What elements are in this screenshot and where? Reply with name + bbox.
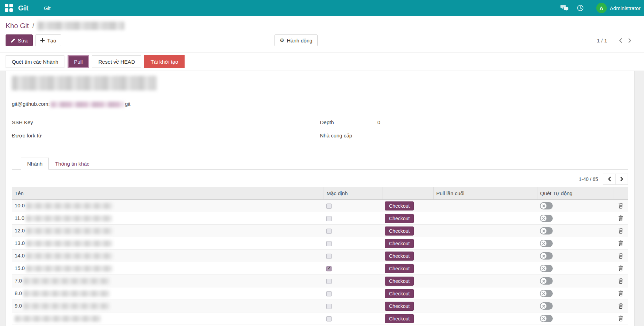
messages-icon[interactable] xyxy=(560,5,569,11)
default-checkbox[interactable] xyxy=(326,304,332,309)
scan-branches-button[interactable]: Quét tìm các Nhánh xyxy=(6,55,64,68)
checkout-button[interactable]: Checkout xyxy=(385,277,414,286)
auto-scan-toggle-off[interactable] xyxy=(540,202,553,209)
app-brand[interactable]: Git xyxy=(18,4,29,12)
table-row[interactable]: 9.0 Checkout xyxy=(12,300,628,312)
table-row[interactable]: 11.0 Checkout xyxy=(12,212,628,225)
default-checkbox[interactable] xyxy=(326,229,332,234)
branch-name-cell[interactable]: 14.0 xyxy=(12,250,324,262)
apps-grid-icon[interactable] xyxy=(5,4,13,12)
column-header-name[interactable]: Tên xyxy=(12,187,324,200)
table-row[interactable]: 8.0 Checkout xyxy=(12,287,628,300)
auto-scan-toggle-off[interactable] xyxy=(540,227,553,234)
trash-icon[interactable] xyxy=(618,240,624,247)
create-button[interactable]: Tạo xyxy=(35,34,61,46)
auto-scan-toggle-off[interactable] xyxy=(540,265,553,272)
activities-clock-icon[interactable] xyxy=(577,5,584,11)
edit-button[interactable]: Sửa xyxy=(6,34,33,46)
table-row[interactable]: 10.0 Checkout xyxy=(12,200,628,212)
trash-icon[interactable] xyxy=(618,290,624,297)
trash-icon[interactable] xyxy=(618,227,624,234)
branches-pager-next-button[interactable] xyxy=(615,174,628,184)
forked-from-value[interactable] xyxy=(64,129,320,142)
column-header-default[interactable]: Mặc định xyxy=(324,187,382,200)
checkout-button[interactable]: Checkout xyxy=(385,252,414,261)
auto-scan-toggle-off[interactable] xyxy=(540,302,553,310)
reinitialize-button[interactable]: Tái khởi tạo xyxy=(144,55,184,68)
auto-scan-toggle-off[interactable] xyxy=(540,215,553,222)
checkout-button[interactable]: Checkout xyxy=(385,289,414,298)
checkout-button[interactable]: Checkout xyxy=(385,264,414,273)
notebook-tabs: Nhánh Thông tin khác xyxy=(12,158,628,170)
column-header-auto-scan[interactable]: Quét Tự động xyxy=(537,187,613,200)
default-checkbox[interactable] xyxy=(326,316,332,321)
depth-value[interactable]: 0 xyxy=(372,116,628,129)
auto-scan-toggle-off[interactable] xyxy=(540,252,553,260)
checkout-button[interactable]: Checkout xyxy=(385,239,414,248)
branch-name-cell[interactable]: 7.0 xyxy=(12,275,324,287)
trash-icon[interactable] xyxy=(618,277,624,285)
column-header-pull-last[interactable]: Pull lần cuối xyxy=(433,187,537,200)
branch-name-cell[interactable]: 12.0 xyxy=(12,225,324,237)
checkout-cell: Checkout xyxy=(382,250,433,262)
table-row[interactable]: 13.0 Checkout xyxy=(12,237,628,250)
auto-scan-toggle-off[interactable] xyxy=(540,315,553,322)
branch-name-cell[interactable]: 9.0 xyxy=(12,300,324,312)
breadcrumb: Kho Git / xyxy=(6,22,638,30)
branch-name-cell[interactable]: 8.0 xyxy=(12,287,324,300)
action-menu-button[interactable]: ⚙ Hành động xyxy=(274,34,318,46)
default-checkbox[interactable] xyxy=(326,279,332,284)
pull-button[interactable]: Pull xyxy=(68,55,89,68)
checkout-button[interactable]: Checkout xyxy=(385,226,414,236)
trash-icon[interactable] xyxy=(618,302,624,310)
branches-pager-previous-button[interactable] xyxy=(603,174,615,184)
table-row[interactable]: 12.0 Checkout xyxy=(12,225,628,237)
table-row[interactable]: 14.0 Checkout xyxy=(12,250,628,262)
branch-name-cell[interactable]: 10.0 xyxy=(12,200,324,212)
delete-cell xyxy=(613,225,628,237)
tab-other-info[interactable]: Thông tin khác xyxy=(49,158,95,170)
branch-name: 7.0 xyxy=(15,278,22,284)
table-row[interactable]: Checkout xyxy=(12,312,628,325)
provider-value[interactable] xyxy=(372,129,628,142)
form-statusbar: Quét tìm các Nhánh Pull Reset về HEAD Tá… xyxy=(0,52,644,71)
auto-scan-toggle-off[interactable] xyxy=(540,277,553,285)
menu-item-git[interactable]: Git xyxy=(44,5,51,11)
trash-icon[interactable] xyxy=(618,265,624,272)
default-checkbox[interactable] xyxy=(326,241,332,246)
table-row[interactable]: 7.0 Checkout xyxy=(12,275,628,287)
ssh-key-value[interactable] xyxy=(64,116,320,129)
checkout-button[interactable]: Checkout xyxy=(385,214,414,223)
checkout-button[interactable]: Checkout xyxy=(385,302,414,311)
default-checkbox[interactable] xyxy=(326,204,332,209)
table-row[interactable]: 15.0 Checkout xyxy=(12,262,628,275)
branch-name-redacted xyxy=(26,228,112,234)
checkout-button[interactable]: Checkout xyxy=(385,201,414,210)
branch-name-cell[interactable]: 11.0 xyxy=(12,212,324,225)
auto-scan-toggle-off[interactable] xyxy=(540,290,553,297)
auto-scan-cell xyxy=(537,287,613,300)
user-menu[interactable]: A Administrator xyxy=(596,3,641,13)
trash-icon[interactable] xyxy=(618,202,624,209)
trash-icon[interactable] xyxy=(618,215,624,222)
auto-scan-toggle-off[interactable] xyxy=(540,240,553,247)
pager-next-button[interactable] xyxy=(625,37,634,45)
trash-icon[interactable] xyxy=(618,315,624,322)
trash-icon[interactable] xyxy=(618,252,624,260)
default-checkbox[interactable] xyxy=(326,291,332,296)
checkout-button[interactable]: Checkout xyxy=(385,314,414,323)
breadcrumb-parent-link[interactable]: Kho Git xyxy=(6,22,29,30)
branch-name-cell[interactable] xyxy=(12,312,324,325)
tab-branches[interactable]: Nhánh xyxy=(21,158,49,170)
repository-url: git@github.com:git xyxy=(12,101,628,108)
provider-label: Nhà cung cấp xyxy=(320,129,372,142)
default-checkbox[interactable] xyxy=(326,266,332,271)
toggle-x-icon xyxy=(541,278,546,284)
default-checkbox[interactable] xyxy=(326,216,332,221)
branch-name-cell[interactable]: 13.0 xyxy=(12,237,324,250)
reset-head-button[interactable]: Reset về HEAD xyxy=(92,55,141,68)
pager-previous-button[interactable] xyxy=(616,37,625,45)
default-checkbox[interactable] xyxy=(326,254,332,259)
branch-name-redacted xyxy=(26,203,112,209)
branch-name-cell[interactable]: 15.0 xyxy=(12,262,324,275)
